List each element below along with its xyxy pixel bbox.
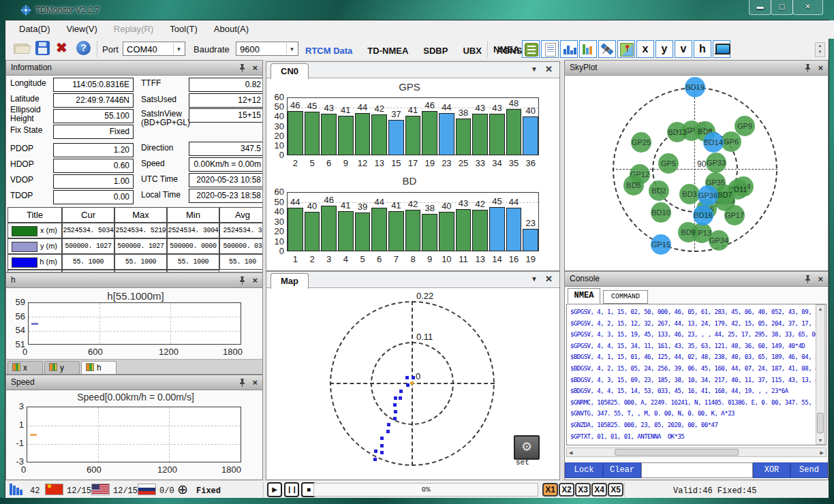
mini-chart-icon (12, 363, 20, 371)
send-button[interactable]: Send (790, 462, 828, 478)
map-ring-label: 0.11 (416, 332, 433, 342)
console-line: $BDGSV, 4, 2, 15, 05, 24, 256, 39, 06, 4… (570, 363, 826, 375)
cn0-chart-button[interactable] (560, 40, 578, 58)
skyplot-button[interactable] (598, 40, 616, 58)
xor-button[interactable]: XOR (753, 462, 790, 478)
x-plot-button[interactable]: x (636, 40, 654, 58)
scrollbar-thumb[interactable] (615, 449, 739, 456)
protocol-tab-ubx[interactable]: UBX (463, 46, 481, 56)
port-select[interactable]: COM40▼ (123, 42, 185, 56)
pin-icon[interactable] (804, 63, 812, 72)
scrollbar-thumb[interactable] (817, 413, 824, 433)
console-line: $GNVTG, 347. 55, T, , M, 0. 00, N, 0. 00… (570, 408, 826, 420)
nmea-tab[interactable]: NMEA (493, 44, 519, 54)
maximize-button[interactable]: ▢ (771, 0, 793, 15)
toolbar-overflow-spinner[interactable]: ▲▼ (815, 42, 825, 57)
chevron-down-icon[interactable]: ▼ (531, 275, 538, 283)
scroll-right-icon[interactable]: ▶ (820, 450, 824, 456)
menu-item-replayr[interactable]: Replay(R) (106, 20, 162, 38)
help-icon[interactable]: ? (76, 41, 91, 55)
menu-item-datad[interactable]: Data(D) (11, 20, 59, 38)
plot-tab-y[interactable]: y (44, 361, 80, 375)
h-panel-header: h × (6, 273, 262, 288)
tab-command[interactable]: COMMAND (603, 290, 648, 304)
pause-button[interactable]: ❙❙ (284, 482, 299, 497)
field-value: 12+12 (189, 93, 263, 108)
field-value: 2020-05-23 10:58 (189, 173, 263, 187)
satellite-gp15: GP15 (651, 234, 671, 255)
h-plot-button[interactable]: h (694, 40, 711, 58)
map-settings-label: set (516, 458, 529, 467)
scroll-up-icon[interactable]: ▲ (816, 306, 824, 311)
bd-bars: 4414024634143954464174283894010431142134… (287, 192, 539, 251)
menu-item-abouta[interactable]: About(A) (206, 20, 257, 38)
console-output[interactable]: $GPGSV, 4, 1, 15, 02, 50, 000, 46, 05, 6… (566, 304, 827, 445)
protocol-tab-tdnmea[interactable]: TD-NMEA (367, 46, 408, 56)
menu-item-viewv[interactable]: View(V) (59, 20, 106, 38)
chevron-down-icon[interactable]: ▼ (173, 43, 184, 54)
y-plot-button[interactable]: y (655, 40, 673, 58)
scroll-down-icon[interactable]: ▼ (816, 438, 824, 443)
signal-bars-button[interactable] (579, 40, 597, 58)
map-button[interactable] (617, 40, 635, 58)
map-settings-button[interactable]: ⚙ (514, 435, 540, 460)
pin-icon[interactable] (238, 276, 246, 285)
multiplier-button-x1[interactable]: X1 (542, 483, 558, 497)
multiplier-button-x4[interactable]: X4 (591, 483, 607, 497)
table-header: Avg (219, 207, 263, 223)
open-file-icon[interactable] (14, 42, 30, 55)
vertical-scrollbar[interactable]: ▲ ▼ (816, 304, 825, 445)
multiplier-button-x3[interactable]: X3 (575, 483, 591, 497)
save-icon[interactable] (35, 41, 50, 55)
v-plot-button[interactable]: v (675, 40, 692, 58)
close-icon[interactable]: × (252, 375, 258, 390)
plot-tab-x[interactable]: x (7, 361, 43, 375)
lock-button[interactable]: Lock (565, 462, 603, 478)
chevron-down-icon[interactable]: ▼ (531, 65, 538, 73)
speed-chart-plot (27, 407, 241, 462)
scroll-left-icon[interactable]: ◀ (569, 450, 572, 456)
tab-nmea[interactable]: NMEA (568, 288, 600, 304)
multiplier-button-x2[interactable]: X2 (559, 483, 574, 497)
map-tab[interactable]: Map (271, 273, 309, 289)
close-icon[interactable]: × (252, 61, 258, 75)
console-button[interactable] (541, 40, 559, 58)
monitor-button[interactable] (713, 40, 730, 58)
disconnect-icon[interactable]: ✖ (56, 40, 67, 56)
close-icon[interactable]: ✕ (545, 64, 553, 74)
russia-flag-icon (138, 484, 156, 495)
console-line: $GPGSV, 4, 2, 15, 12, 32, 267, 44, 13, 2… (570, 318, 826, 330)
y-tick-label: 50 (268, 104, 284, 110)
cn0-tab[interactable]: CN0 (271, 63, 309, 79)
cn0-bar (405, 116, 421, 155)
mini-chart-icon (49, 363, 57, 371)
cn0-bar (321, 114, 337, 155)
command-input[interactable] (641, 462, 753, 478)
close-icon[interactable]: × (818, 272, 823, 286)
elevation-label-90: 90 (697, 159, 706, 169)
close-icon[interactable]: × (252, 273, 258, 287)
message-list-button[interactable] (522, 40, 540, 58)
close-icon[interactable]: ✕ (545, 274, 553, 284)
pin-icon[interactable] (804, 274, 812, 283)
track-dot (399, 390, 403, 393)
protocol-tab-rtcmdata[interactable]: RTCM Data (305, 46, 352, 56)
baudrate-select[interactable]: 9600▼ (236, 42, 298, 56)
clear-button[interactable]: Clear (603, 462, 641, 478)
close-button[interactable]: ✕ (792, 0, 823, 15)
table-header: Max (114, 207, 167, 223)
plot-tab-h[interactable]: h (81, 361, 117, 375)
cn0-bar (338, 116, 354, 155)
multiplier-button-x5[interactable]: X5 (608, 483, 623, 497)
chevron-down-icon[interactable]: ▼ (286, 43, 297, 54)
close-icon[interactable]: × (818, 61, 823, 75)
menu-item-toolt[interactable]: Tool(T) (161, 20, 205, 38)
horizontal-scrollbar[interactable]: ◀ ▶ (566, 447, 827, 457)
pin-icon[interactable] (238, 63, 246, 72)
pin-icon[interactable] (238, 378, 246, 387)
map-pin-icon (620, 43, 634, 57)
play-button[interactable]: ▶ (267, 482, 282, 497)
cn0-bar (523, 116, 538, 155)
minimize-button[interactable]: ▬ (749, 0, 771, 15)
protocol-tab-sdbp[interactable]: SDBP (423, 46, 448, 56)
